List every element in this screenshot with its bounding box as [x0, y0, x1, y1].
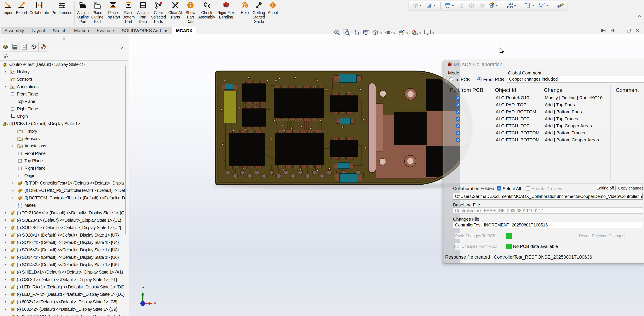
enable-preview-checkbox[interactable] — [526, 186, 530, 190]
to-pcb-label: To PCB — [455, 77, 470, 82]
solidworks-window: ImportExportCollaboratePreferencesAssign… — [0, 0, 644, 316]
baseline-file-label: BaseLine File — [453, 202, 480, 208]
cell-change[interactable]: Add | Top Copper Areas — [545, 123, 592, 129]
changes-file-input[interactable]: ControllerTest_INCREMENT_20250801T100516 — [453, 222, 643, 228]
panel-status-text: Response file created : ControllerTest_R… — [445, 255, 592, 260]
global-comment-label: Global Comment — [508, 70, 541, 76]
enable-preview-label: Enable Preview — [532, 186, 562, 191]
tree-dotted-line — [453, 126, 453, 133]
axis-x-label: X — [154, 300, 156, 305]
checkmark-icon — [456, 110, 460, 114]
row-checkbox[interactable] — [456, 138, 460, 142]
tree-dotted-line — [453, 105, 453, 112]
cell-change[interactable]: Add | Bottom Traces — [545, 130, 585, 136]
col-header-comment[interactable]: Comment — [616, 87, 639, 93]
push-changes-button[interactable]: Push Changes To PCB — [454, 233, 496, 239]
cell-change[interactable]: Add | Bottom Copper Areas — [545, 137, 599, 143]
cell-change[interactable]: Add | Bottom Pads — [545, 109, 582, 115]
col-header-pull-from-pcb[interactable]: Pull from PCB — [450, 87, 484, 93]
mcadx-logo-icon — [447, 62, 452, 67]
checkmark-icon — [456, 131, 460, 135]
origin-triad: Y X — [140, 285, 156, 306]
cell-object-id[interactable]: ALG:ETCH_TOP — [496, 116, 530, 122]
pcb-connector-slot-backing — [376, 104, 383, 152]
checkmark-icon — [456, 124, 460, 128]
row-checkbox[interactable] — [456, 110, 460, 114]
cell-object-id[interactable]: ALG:ETCH_BOTTOM — [496, 137, 540, 143]
changes-file-label: Changes File — [453, 217, 479, 222]
cell-change[interactable]: Modify | Outline | RouteKO10 — [545, 95, 602, 101]
push-status-indicator — [506, 233, 512, 239]
cell-object-id[interactable]: ALG:PAD_TOP — [496, 102, 526, 108]
pull-changes-button[interactable]: Pull Changes From PCB — [454, 243, 496, 250]
pcb-connector-slot — [368, 83, 376, 172]
tree-dotted-line — [453, 98, 456, 98]
checkmark-icon — [456, 96, 460, 99]
checkmark-icon — [456, 138, 460, 142]
tree-dotted-line — [453, 126, 456, 126]
tree-dotted-line — [453, 112, 453, 119]
revert-rejected-button[interactable]: Revert Rejected Changes — [579, 233, 624, 239]
col-header-change[interactable]: Change — [544, 87, 562, 93]
select-all-checkbox[interactable] — [497, 186, 501, 190]
cell-change[interactable]: Add | Top Pads — [545, 102, 575, 108]
row-checkbox[interactable] — [456, 124, 460, 128]
mode-label: Mode — [448, 70, 459, 76]
collaboration-folders-label: Collaboration Folders — [453, 186, 496, 191]
global-comment-input[interactable]: Copper changes included — [507, 76, 644, 83]
row-checkbox[interactable] — [456, 96, 460, 100]
row-checkbox[interactable] — [456, 103, 460, 107]
pull-status-indicator — [506, 244, 512, 249]
tree-dotted-line — [453, 133, 453, 140]
pcb-yellow-component — [223, 91, 236, 123]
axis-y-label: Y — [142, 285, 144, 290]
column-divider — [492, 85, 492, 181]
checkmark-icon — [456, 103, 460, 107]
from-pcb-radio[interactable] — [478, 77, 482, 81]
tree-dotted-line — [453, 140, 456, 140]
tree-dotted-line — [453, 112, 456, 112]
checkmark-icon — [456, 117, 460, 121]
row-checkbox[interactable] — [456, 117, 460, 121]
col-header-object-id[interactable]: Object Id — [495, 87, 516, 93]
from-pcb-label: From PCB — [483, 77, 504, 82]
cell-object-id[interactable]: ALG:ETCH_BOTTOM — [496, 130, 540, 136]
checkmark-icon — [498, 187, 501, 190]
cell-change[interactable]: Add | Top Traces — [545, 116, 578, 122]
cell-object-id[interactable]: ALG:RouteKO10 — [496, 95, 529, 101]
tree-dotted-line — [453, 105, 456, 105]
cell-object-id[interactable]: ALG:ETCH_TOP — [496, 123, 530, 129]
mouse-cursor — [499, 47, 506, 55]
row-checkbox[interactable] — [456, 131, 460, 135]
no-pcb-data-text: No PCB data available — [513, 244, 558, 249]
to-pcb-radio[interactable] — [449, 77, 453, 81]
tree-dotted-line — [453, 133, 456, 133]
select-all-label: Select All — [502, 186, 521, 191]
tree-dotted-line — [453, 98, 453, 105]
panel-title: MCADX Collaboration — [454, 62, 502, 67]
folder-path-input[interactable]: C:\Users\SarithaD\Documents\MCADX_Collab… — [453, 193, 643, 200]
copy-changes-button[interactable]: Copy changes — [619, 185, 643, 191]
tree-dotted-line — [453, 119, 456, 119]
tree-dotted-line — [453, 119, 453, 126]
baseline-file-input[interactable]: ControllerTest_BASELINE_20250801T100147 — [453, 207, 643, 214]
mcadx-collaboration-panel: MCADX Collaboration Mode To PCB From PCB… — [443, 60, 644, 264]
cell-object-id[interactable]: ALG:PAD_BOTTOM — [496, 109, 536, 115]
editing-off-button[interactable]: Editing off — [595, 185, 616, 191]
